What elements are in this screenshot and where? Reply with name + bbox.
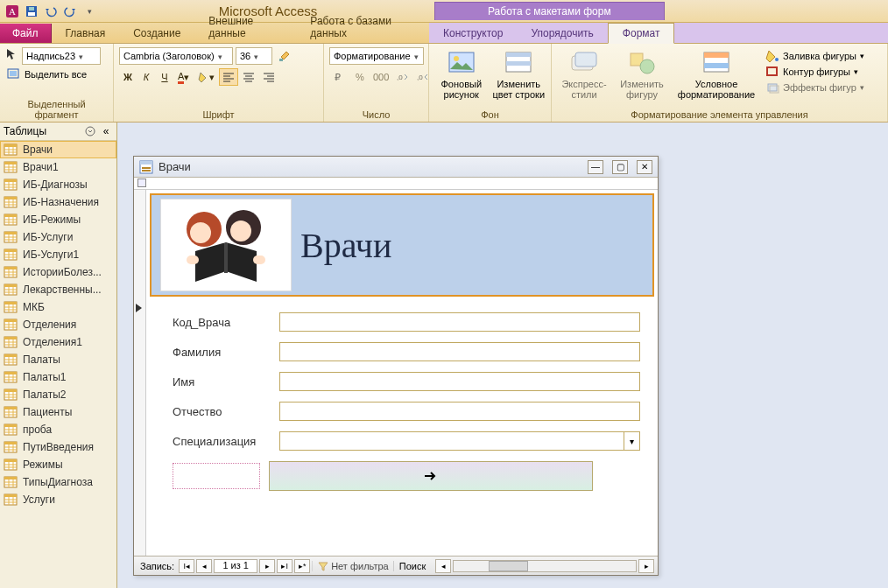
form-header[interactable]: Врачи	[150, 193, 654, 297]
chevron-down-icon[interactable]: ▾	[624, 432, 639, 450]
tab-database-tools[interactable]: Работа с базами данных	[296, 11, 429, 43]
close-button[interactable]: ✕	[637, 160, 652, 174]
tab-create[interactable]: Создание	[119, 24, 194, 43]
font-color-button[interactable]: A▾	[174, 68, 193, 86]
form-ruler[interactable]	[134, 178, 658, 190]
decrease-decimals-button[interactable]: ,0	[413, 68, 433, 86]
form-header-label[interactable]: Врачи	[300, 225, 391, 266]
nav-dropdown-icon[interactable]	[85, 126, 99, 136]
nav-table-item[interactable]: Отделения1	[0, 333, 116, 351]
fill-color-button[interactable]: ▾	[194, 68, 218, 86]
number-format-combo[interactable]: Форматирование	[329, 47, 424, 65]
field-input-lastname[interactable]	[279, 342, 640, 361]
row-color-button[interactable]: Изменить цвет строки	[492, 47, 546, 100]
field-label-code[interactable]: Код_Врача	[173, 316, 269, 329]
underline-button[interactable]: Ч	[156, 68, 173, 86]
nav-collapse-icon[interactable]: «	[99, 125, 113, 137]
percent-button[interactable]: %	[351, 68, 369, 86]
save-icon[interactable]	[23, 3, 40, 20]
field-label-patronymic[interactable]: Отчество	[173, 405, 269, 418]
table-icon	[4, 336, 18, 348]
nav-table-item[interactable]: ИБ-Назначения	[0, 193, 116, 211]
new-record-button[interactable]: ▸*	[294, 559, 310, 573]
shape-fill-button[interactable]: Заливка фигуры▾	[764, 49, 866, 63]
select-all-button[interactable]: Выделить все	[5, 67, 88, 81]
file-tab[interactable]: Файл	[0, 24, 52, 43]
nav-table-item[interactable]: Отделения	[0, 316, 116, 333]
nav-table-item[interactable]: проба	[0, 421, 116, 438]
nav-table-item[interactable]: ИБ-Режимы	[0, 211, 116, 228]
nav-table-item[interactable]: ИсторииБолез...	[0, 263, 116, 281]
bold-button[interactable]: Ж	[119, 68, 137, 86]
nav-category-title[interactable]: Таблицы	[4, 125, 85, 137]
tab-design[interactable]: Конструктор	[429, 24, 517, 43]
currency-button[interactable]: ₽	[329, 68, 350, 86]
align-center-button[interactable]	[239, 68, 258, 86]
filter-icon[interactable]	[318, 561, 328, 571]
selection-combo[interactable]: Надпись23	[22, 47, 101, 65]
nav-table-item[interactable]: МКБ	[0, 298, 116, 316]
tab-external-data[interactable]: Внешние данные	[194, 11, 296, 43]
field-label-lastname[interactable]: Фамилия	[173, 346, 269, 359]
next-record-button[interactable]	[269, 461, 593, 491]
nav-table-item[interactable]: ТипыДиагноза	[0, 473, 116, 491]
shape-effects-button[interactable]: Эффекты фигур▾	[764, 80, 866, 94]
scroll-right-button[interactable]: ▸	[638, 559, 654, 573]
maximize-button[interactable]: ▢	[612, 160, 628, 174]
access-app-icon[interactable]: A	[4, 3, 21, 20]
layout-anchor-icon[interactable]	[137, 178, 146, 187]
shape-outline-button[interactable]: Контур фигуры▾	[764, 65, 866, 79]
last-record-button[interactable]: ▸I	[277, 559, 292, 573]
nav-table-item[interactable]: ИБ-Диагнозы	[0, 176, 116, 193]
undo-icon[interactable]	[42, 3, 60, 20]
prev-record-button[interactable]: ◂	[196, 559, 212, 573]
qat-customize-icon[interactable]: ▾	[81, 3, 98, 20]
nav-table-item[interactable]: ИБ-Услуги1	[0, 246, 116, 263]
empty-cell[interactable]	[173, 463, 260, 489]
nav-table-item[interactable]: ИБ-Услуги	[0, 228, 116, 246]
horizontal-scrollbar[interactable]: ◂ ▸	[435, 559, 654, 573]
nav-table-item[interactable]: Лекарственны...	[0, 281, 116, 298]
svg-rect-156	[142, 167, 151, 169]
align-right-button[interactable]	[259, 68, 278, 86]
nav-table-item[interactable]: Врачи1	[0, 158, 116, 176]
nav-table-item[interactable]: Режимы	[0, 456, 116, 473]
field-input-code[interactable]	[279, 312, 640, 332]
align-left-button[interactable]	[219, 68, 238, 86]
search-box-label[interactable]: Поиск	[393, 561, 428, 571]
conditional-format-button[interactable]: Условное форматирование	[673, 47, 760, 100]
record-position[interactable]: 1 из 1	[214, 559, 257, 573]
background-image-button[interactable]: Фоновый рисунок	[434, 47, 489, 100]
quick-styles-button[interactable]: Экспресс-стили	[557, 47, 611, 100]
nav-table-item[interactable]: Услуги	[0, 491, 116, 508]
italic-button[interactable]: К	[137, 68, 155, 86]
font-name-combo[interactable]: Cambria (Заголовок)	[119, 47, 233, 65]
scroll-left-button[interactable]: ◂	[435, 559, 451, 573]
nav-table-item[interactable]: Палаты	[0, 351, 116, 368]
first-record-button[interactable]: I◂	[179, 559, 194, 573]
record-selector[interactable]	[134, 190, 146, 556]
nav-table-item[interactable]: ПутиВведения	[0, 438, 116, 456]
field-input-firstname[interactable]	[279, 372, 640, 391]
change-shape-button[interactable]: Изменить фигуру	[615, 47, 669, 100]
field-label-firstname[interactable]: Имя	[173, 375, 269, 388]
thousands-button[interactable]: 000	[370, 68, 392, 86]
tab-format[interactable]: Формат	[608, 23, 675, 44]
increase-decimals-button[interactable]: ,0	[393, 68, 412, 86]
field-input-patronymic[interactable]	[279, 402, 640, 421]
field-label-spec[interactable]: Специализация	[173, 435, 269, 448]
svg-rect-4	[29, 7, 34, 10]
font-size-combo[interactable]: 36	[236, 47, 272, 65]
next-record-button-nav[interactable]: ▸	[259, 559, 275, 573]
field-combo-spec[interactable]: ▾	[279, 431, 640, 451]
format-painter-icon[interactable]	[275, 47, 296, 65]
nav-table-item[interactable]: Врачи	[0, 141, 116, 158]
nav-table-item[interactable]: Палаты1	[0, 368, 116, 386]
tab-arrange[interactable]: Упорядочить	[517, 24, 607, 43]
nav-table-item[interactable]: Пациенты	[0, 403, 116, 421]
minimize-button[interactable]: —	[588, 160, 603, 174]
tab-home[interactable]: Главная	[52, 24, 120, 43]
redo-icon[interactable]	[61, 3, 79, 20]
nav-table-item[interactable]: Палаты2	[0, 386, 116, 403]
header-image[interactable]	[160, 199, 292, 291]
